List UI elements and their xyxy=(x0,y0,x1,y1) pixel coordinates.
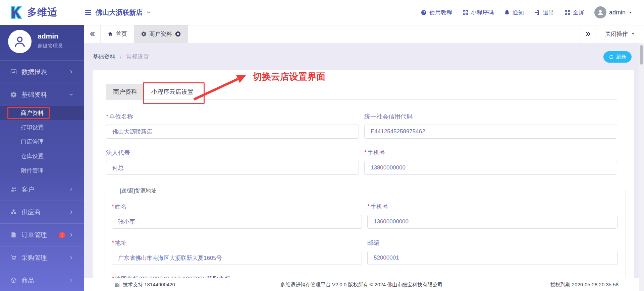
fullscreen-icon xyxy=(564,9,571,16)
tab-label: 商户资料 xyxy=(149,30,172,38)
sidebar-item-label: 基础资料 xyxy=(21,90,69,99)
avatar xyxy=(8,30,32,53)
page-tabbar: 首页 商户资料 关闭操作 xyxy=(84,25,644,43)
orders-badge: 1 xyxy=(59,232,65,238)
tabbar-spacer xyxy=(188,25,580,43)
sidebar-item-purchasing[interactable]: 采购管理 xyxy=(0,246,84,269)
brand-k-icon xyxy=(9,5,24,20)
tab-cloud-store-wrap: 小程序云店设置 xyxy=(144,84,201,99)
chevron-down-icon xyxy=(69,92,74,97)
bell-icon xyxy=(504,9,510,16)
field-unit-name: 单位名称 xyxy=(106,113,359,139)
miniprogram-qr-button[interactable]: 小程序码 xyxy=(462,9,494,16)
close-operations-dropdown[interactable]: 关闭操作 xyxy=(596,25,644,43)
caret-down-icon xyxy=(631,32,635,36)
sidebar-item-label: 商品 xyxy=(21,276,69,285)
tab-home[interactable]: 首页 xyxy=(101,25,134,43)
sidebar-submenu: 商户资料 打印设置 门店管理 仓库设置 附件管理 xyxy=(0,106,84,178)
breadcrumb-section[interactable]: 基础资料 xyxy=(93,54,115,60)
submenu-label: 打印设置 xyxy=(21,124,44,131)
chart-icon xyxy=(10,68,17,75)
address-input[interactable] xyxy=(112,251,362,265)
sidebar-item-reports[interactable]: 数据报表 xyxy=(0,60,84,83)
tab-miniprogram-cloud-store[interactable]: 小程序云店设置 xyxy=(144,84,201,99)
zipcode-input[interactable] xyxy=(367,251,618,265)
merchant-form: 单位名称 统一社会信用代码 法人代表 手机号 xyxy=(106,113,617,291)
sidebar-item-label: 客户 xyxy=(21,185,69,194)
support-text: 技术支持 18144900420 xyxy=(123,282,175,288)
chevron-right-icon xyxy=(69,210,74,215)
gear-icon xyxy=(141,31,147,37)
tab-merchant-profile[interactable]: 商户资料 xyxy=(106,84,144,99)
fullscreen-button[interactable]: 全屏 xyxy=(564,9,584,16)
sidebar-item-merchant-info[interactable]: 商户资料 xyxy=(0,106,84,120)
contact-name-label: 姓名 xyxy=(112,203,362,211)
refresh-icon xyxy=(609,55,614,60)
double-chevron-left-icon xyxy=(89,31,96,37)
zipcode-label: 邮编 xyxy=(367,239,618,247)
person-icon xyxy=(13,34,27,49)
users-icon xyxy=(10,186,17,193)
field-contact-name: 姓名 xyxy=(112,203,362,229)
sidebar-item-suppliers[interactable]: 供应商 xyxy=(0,201,84,223)
breadcrumb-separator: / xyxy=(120,54,122,60)
tutorial-button[interactable]: 使用教程 xyxy=(421,9,452,16)
header-actions: 使用教程 小程序码 通知 退出 全屏 admin xyxy=(421,6,644,18)
sidebar-item-print-settings[interactable]: 打印设置 xyxy=(0,120,84,135)
credit-code-input[interactable] xyxy=(364,125,617,139)
app-header: 多维适 佛山大沥联新店 使用教程 小程序码 通知 退出 全屏 xyxy=(0,0,644,25)
cubes-icon xyxy=(10,209,17,216)
close-icon[interactable] xyxy=(175,31,181,37)
caret-down-icon xyxy=(628,10,633,15)
field-credit-code: 统一社会信用代码 xyxy=(364,113,617,139)
footer-copyright: 多维适进销存管理平台 V2.0.0 版权所有 © 2024 佛山市酷宝科技有限公… xyxy=(280,282,443,288)
qr-code-icon xyxy=(462,9,469,16)
gear-icon xyxy=(10,91,17,98)
fullscreen-label: 全屏 xyxy=(573,9,584,16)
chevron-right-icon xyxy=(69,255,74,260)
sidebar-item-orders[interactable]: 订单管理 1 xyxy=(0,223,84,246)
sidebar-item-products[interactable]: 商品 xyxy=(0,269,84,291)
phone-input[interactable] xyxy=(364,161,617,175)
hamburger-icon[interactable] xyxy=(84,8,92,16)
orders-icon xyxy=(10,231,17,238)
scroll-tabs-right-button[interactable] xyxy=(580,25,596,43)
sidebar-item-attachment-management[interactable]: 附件管理 xyxy=(0,163,84,178)
scrollbar-thumb[interactable] xyxy=(640,45,643,65)
store-name[interactable]: 佛山大沥联新店 xyxy=(96,8,143,17)
person-icon xyxy=(597,9,604,16)
scroll-tabs-left-button[interactable] xyxy=(84,25,101,43)
double-chevron-right-icon xyxy=(585,31,591,37)
address-label: 地址 xyxy=(112,239,362,247)
footer-license: 授权到期 2026-05-28 20:35:58 xyxy=(550,282,619,288)
footer: 技术支持 18144900420 多维适进销存管理平台 V2.0.0 版权所有 … xyxy=(84,278,639,291)
unit-name-input[interactable] xyxy=(106,125,359,139)
qr-code-icon xyxy=(114,282,120,288)
cart-icon xyxy=(10,254,17,261)
fieldset-legend: [送/退]货源地址 xyxy=(117,188,159,195)
sidebar-item-warehouse-settings[interactable]: 仓库设置 xyxy=(0,149,84,163)
sidebar-item-customers[interactable]: 客户 xyxy=(0,178,84,201)
breadcrumb: 基础资料 / 常规设置 xyxy=(93,53,149,61)
profile-role: 超级管理员 xyxy=(38,43,63,49)
tutorial-label: 使用教程 xyxy=(429,9,452,16)
profile-name: admin xyxy=(38,32,58,40)
submenu-label: 商户资料 xyxy=(21,109,44,117)
sidebar-item-basic-data[interactable]: 基础资料 xyxy=(0,83,84,106)
contact-name-input[interactable] xyxy=(112,215,362,229)
legal-rep-input[interactable] xyxy=(106,161,359,175)
contact-phone-input[interactable] xyxy=(367,215,618,229)
logout-label: 退出 xyxy=(543,9,554,16)
chevron-right-icon xyxy=(69,187,74,192)
merchant-info-card: 商户资料 小程序云店设置 切换云店设置界面 单位名称 统 xyxy=(93,70,634,291)
logout-button[interactable]: 退出 xyxy=(534,9,554,16)
store-selector[interactable]: 佛山大沥联新店 xyxy=(84,8,151,17)
tab-merchant-info[interactable]: 商户资料 xyxy=(134,25,188,43)
notifications-button[interactable]: 通知 xyxy=(504,9,524,16)
vertical-scrollbar[interactable] xyxy=(639,43,644,291)
refresh-button[interactable]: 刷新 xyxy=(603,51,632,63)
user-menu[interactable]: admin xyxy=(594,6,633,18)
breadcrumb-current: 常规设置 xyxy=(126,54,149,60)
sidebar-item-label: 采购管理 xyxy=(21,253,69,262)
sidebar-item-shop-management[interactable]: 门店管理 xyxy=(0,135,84,149)
